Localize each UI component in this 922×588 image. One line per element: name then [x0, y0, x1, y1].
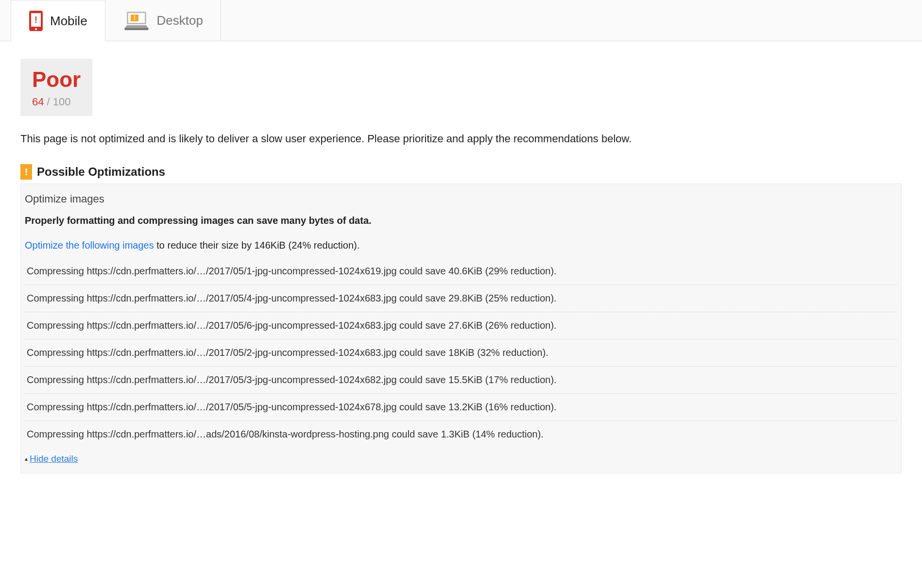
list-item: Compressing https://cdn.perfmatters.io/…… [25, 420, 897, 448]
list-item: Compressing https://cdn.perfmatters.io/…… [25, 312, 897, 339]
collapse-arrow-icon: ▴ [25, 455, 28, 462]
svg-text:!: ! [134, 15, 136, 21]
tab-desktop[interactable]: ! Desktop [105, 0, 221, 41]
hide-details-label: Hide details [30, 454, 78, 464]
score-card: Poor 64 / 100 [20, 59, 92, 116]
score-max: 100 [53, 96, 71, 108]
panel-subtitle: Properly formatting and compressing imag… [21, 215, 901, 240]
desktop-alert-icon: ! [123, 11, 150, 30]
warning-icon: ! [20, 164, 32, 180]
optimization-panel: Optimize images Properly formatting and … [20, 184, 902, 473]
tab-mobile[interactable]: ! Mobile [11, 0, 105, 41]
section-header: ! Possible Optimizations [20, 164, 902, 180]
main-content: Poor 64 / 100 This page is not optimized… [0, 41, 922, 491]
score-value-line: 64 / 100 [32, 96, 81, 108]
list-item: Compressing https://cdn.perfmatters.io/…… [25, 393, 897, 420]
hide-details-toggle[interactable]: ▴ Hide details [21, 448, 901, 464]
svg-text:!: ! [34, 15, 37, 25]
score-separator: / [44, 96, 52, 108]
device-tabs: ! Mobile ! Desktop [0, 0, 922, 41]
svg-rect-9 [125, 28, 148, 30]
list-item: Compressing https://cdn.perfmatters.io/…… [25, 366, 897, 393]
image-savings-list: Compressing https://cdn.perfmatters.io/…… [21, 258, 901, 448]
panel-desc-rest: to reduce their size by 146KiB (24% redu… [154, 240, 360, 251]
list-item: Compressing https://cdn.perfmatters.io/…… [25, 285, 897, 312]
list-item: Compressing https://cdn.perfmatters.io/…… [25, 339, 897, 366]
optimize-images-link[interactable]: Optimize the following images [25, 240, 154, 251]
score-value: 64 [32, 96, 44, 108]
svg-point-3 [35, 28, 37, 30]
list-item: Compressing https://cdn.perfmatters.io/…… [25, 258, 897, 285]
panel-title: Optimize images [21, 193, 901, 215]
mobile-alert-icon: ! [29, 10, 43, 32]
panel-description: Optimize the following images to reduce … [21, 240, 901, 258]
score-label: Poor [32, 67, 81, 92]
tab-desktop-label: Desktop [157, 13, 203, 28]
section-title: Possible Optimizations [37, 165, 165, 179]
summary-text: This page is not optimized and is likely… [20, 131, 902, 147]
tab-mobile-label: Mobile [50, 14, 87, 29]
